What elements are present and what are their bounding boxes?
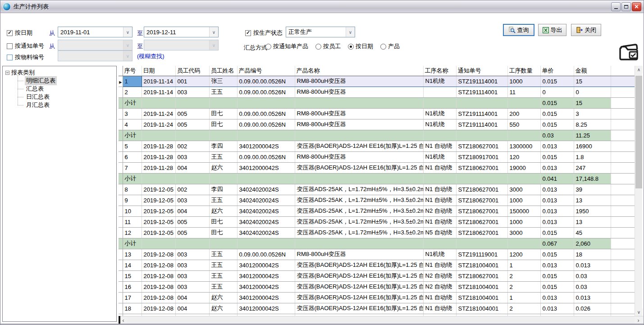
- cell[interactable]: 0.09.00.00.0526N: [237, 151, 295, 162]
- cell[interactable]: [142, 130, 175, 141]
- cell[interactable]: 变压器(BAOER)ADS-12AH EE16(加厚)L=1.25 自动: [295, 260, 423, 270]
- cell[interactable]: 2: [507, 281, 540, 292]
- cell[interactable]: 150000: [507, 206, 540, 216]
- cell[interactable]: [295, 173, 423, 184]
- cell[interactable]: STZ180627001: [456, 184, 507, 195]
- cell[interactable]: STZ181004001: [456, 281, 507, 292]
- cell[interactable]: 34012000042S: [237, 141, 295, 151]
- table-row[interactable]: 162019-12-08003王五34012000042S变压器(BAOER)A…: [119, 281, 635, 292]
- cell[interactable]: [295, 130, 423, 141]
- cell[interactable]: [237, 238, 295, 249]
- cell[interactable]: 39: [574, 184, 611, 195]
- cell[interactable]: 小计: [123, 173, 142, 184]
- cell[interactable]: 变压器(BAOER)ADS-12AH EE16(加厚)L=1.25 自动: [295, 270, 423, 281]
- cell[interactable]: 34024020024S: [237, 216, 295, 227]
- cell[interactable]: N1机绕: [423, 249, 456, 260]
- cell[interactable]: [507, 97, 540, 108]
- cell[interactable]: STZ191119001: [456, 249, 507, 260]
- cell[interactable]: STZ191114001: [456, 119, 507, 130]
- cell[interactable]: N1 自动绕: [423, 184, 456, 195]
- cell[interactable]: 0.013: [540, 162, 574, 173]
- cell[interactable]: 15: [574, 97, 611, 108]
- cell[interactable]: 001: [175, 76, 209, 87]
- by-material-checkbox[interactable]: 按物料编号: [7, 53, 44, 61]
- cell[interactable]: 004: [175, 303, 209, 314]
- cell[interactable]: N5 自动绕: [423, 227, 456, 238]
- cell[interactable]: 0: [540, 87, 574, 97]
- cell[interactable]: [209, 130, 237, 141]
- cell[interactable]: 0.013: [574, 260, 611, 270]
- cell[interactable]: 李四: [209, 184, 237, 195]
- column-header[interactable]: 单价: [540, 66, 574, 76]
- column-header[interactable]: 产品编号: [237, 66, 295, 76]
- cell[interactable]: 李四: [209, 141, 237, 151]
- cell[interactable]: STZ191114001: [456, 108, 507, 119]
- cell[interactable]: 王五: [209, 270, 237, 281]
- table-row[interactable]: 22019-11-14003王五0.09.00.00.0526NRM8-800u…: [119, 87, 635, 97]
- column-header[interactable]: 员工代码: [175, 66, 209, 76]
- cell[interactable]: 0: [574, 87, 611, 97]
- cell[interactable]: RM8-800uH变压器: [295, 87, 423, 97]
- cell[interactable]: RM8-800uH变压器: [295, 119, 423, 130]
- cell[interactable]: 王五: [209, 87, 237, 97]
- cell[interactable]: 200: [507, 108, 540, 119]
- cell[interactable]: N1机绕: [423, 108, 456, 119]
- cell[interactable]: 0.013: [540, 292, 574, 303]
- cell[interactable]: 0.03: [574, 270, 611, 281]
- cell[interactable]: 1000: [507, 76, 540, 87]
- cell[interactable]: 变压器ADS-25AK，L=1.72mH±5%，H=3.5±0.2m: [295, 195, 423, 206]
- scroll-left-icon[interactable]: [119, 316, 127, 324]
- cell[interactable]: 0.013: [540, 260, 574, 270]
- column-header[interactable]: 工序名称: [423, 66, 456, 76]
- cell[interactable]: 0.09.00.00.0526N: [237, 76, 295, 87]
- close-button[interactable]: [632, 2, 641, 11]
- subtotal-row[interactable]: 小计0.0672,060: [119, 238, 635, 249]
- cell[interactable]: 2019-12-05: [142, 227, 175, 238]
- cell[interactable]: 2019-12-08: [142, 270, 175, 281]
- cell[interactable]: 2019-12-08: [142, 281, 175, 292]
- cell[interactable]: RM8-800uH变压器: [295, 108, 423, 119]
- cell[interactable]: N1机绕: [423, 151, 456, 162]
- cell[interactable]: N1 自动绕: [423, 195, 456, 206]
- cell[interactable]: STZ181004001: [456, 292, 507, 303]
- table-row[interactable]: 152019-12-08003王五34012000042S变压器(BAOER)A…: [119, 270, 635, 281]
- tree-item[interactable]: 汇总表: [18, 85, 116, 93]
- tree-item[interactable]: 日汇总表: [18, 93, 116, 101]
- v-scrollbar[interactable]: [635, 66, 642, 316]
- cell[interactable]: 2019-12-08: [142, 249, 175, 260]
- subtotal-row[interactable]: 小计0.0311.25: [119, 130, 635, 141]
- cell[interactable]: 赵六: [209, 303, 237, 314]
- cell[interactable]: 550: [507, 119, 540, 130]
- scroll-up-icon[interactable]: [635, 66, 643, 73]
- cell[interactable]: 3000: [507, 184, 540, 195]
- cell[interactable]: N2 自动绕: [423, 281, 456, 292]
- cell[interactable]: 004: [175, 206, 209, 216]
- cell[interactable]: [175, 173, 209, 184]
- cell[interactable]: 0.03: [540, 130, 574, 141]
- cell[interactable]: 0.013: [574, 292, 611, 303]
- cell[interactable]: RM8-800uH变压器: [295, 249, 423, 260]
- tree-root[interactable]: 报表类别: [3, 69, 116, 77]
- cell[interactable]: 003: [175, 195, 209, 206]
- column-header[interactable]: [611, 66, 635, 76]
- cell[interactable]: 0.015: [540, 281, 574, 292]
- cell[interactable]: 247: [574, 162, 611, 173]
- scroll-down-icon[interactable]: [635, 308, 643, 316]
- cell[interactable]: 34012000042S: [237, 260, 295, 270]
- cell[interactable]: 8.25: [574, 119, 611, 130]
- cell[interactable]: 0.026: [574, 303, 611, 314]
- cell[interactable]: 0.015: [540, 97, 574, 108]
- cell[interactable]: 34024020024S: [237, 206, 295, 216]
- by-status-checkbox[interactable]: 按生产状态: [245, 29, 283, 37]
- chevron-down-icon[interactable]: [123, 27, 132, 37]
- cell[interactable]: 14: [123, 260, 142, 270]
- cell[interactable]: 0.041: [540, 173, 574, 184]
- cell[interactable]: 王五: [209, 281, 237, 292]
- cell[interactable]: 0.015: [540, 151, 574, 162]
- table-row[interactable]: 92019-12-05003王五34024020024S变压器ADS-25AK，…: [119, 195, 635, 206]
- cell[interactable]: 18: [574, 249, 611, 260]
- cell[interactable]: STZ180627001: [456, 270, 507, 281]
- cell[interactable]: 12: [123, 227, 142, 238]
- cell[interactable]: 004: [175, 292, 209, 303]
- cell[interactable]: 2019-11-28: [142, 151, 175, 162]
